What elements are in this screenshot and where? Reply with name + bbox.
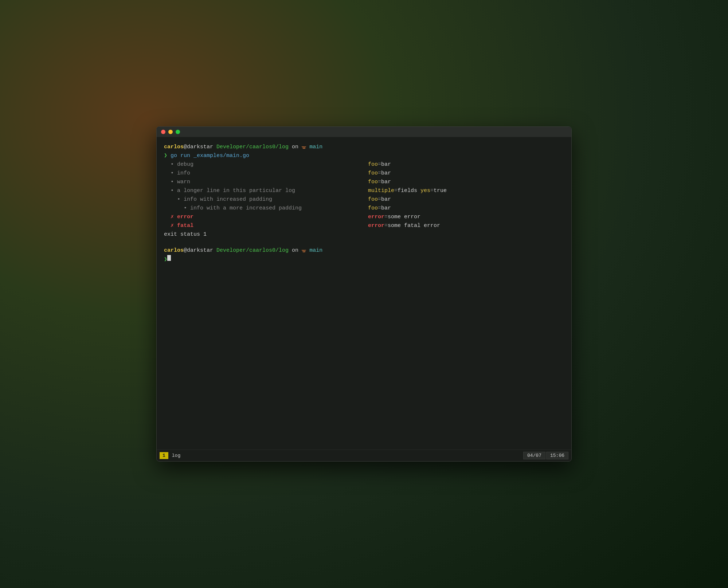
section-divider xyxy=(164,239,564,246)
empty-prompt-line[interactable]: ❯ xyxy=(164,255,564,264)
prompt-line-1: carlos@darkstar Developer/caarlos0/log o… xyxy=(164,143,564,152)
on-2: on xyxy=(289,246,302,255)
branch-icon-2: ᚗ xyxy=(302,246,306,255)
log-left-info-padding: • info with increased padding xyxy=(164,195,368,204)
terminal-body[interactable]: carlos@darkstar Developer/caarlos0/log o… xyxy=(157,137,571,450)
exit-status-text: exit status 1 xyxy=(164,230,207,239)
space-2 xyxy=(213,246,216,255)
prompt-arrow-2: ❯ xyxy=(164,255,167,264)
tab-number: 1 xyxy=(160,452,168,459)
log-line-error: ✗ error error=some error xyxy=(164,213,564,222)
branch-name-1: main xyxy=(306,143,322,152)
log-line-info: • info foo=bar xyxy=(164,169,564,178)
status-time: 15:06 xyxy=(546,452,568,459)
space-1 xyxy=(213,143,216,152)
log-left-longer: • a longer line in this particular log xyxy=(164,187,368,195)
status-date: 04/07 xyxy=(523,452,545,459)
log-right-debug: foo=bar xyxy=(368,160,391,169)
desktop: carlos@darkstar Developer/caarlos0/log o… xyxy=(0,0,728,588)
log-line-info-padding: • info with increased padding foo=bar xyxy=(164,195,564,204)
hostname-2: darkstar xyxy=(187,246,213,255)
log-line-warn: • warn foo=bar xyxy=(164,178,564,187)
tab-name: log xyxy=(168,452,184,459)
log-line-longer: • a longer line in this particular log m… xyxy=(164,187,564,195)
command-text: go run _examples/main.go xyxy=(167,152,249,160)
username-1: carlos xyxy=(164,143,184,152)
path-1: Developer/caarlos0/log xyxy=(216,143,289,152)
log-line-fatal: ✗ fatal error=some fatal error xyxy=(164,222,564,230)
username-2: carlos xyxy=(164,246,184,255)
branch-icon-1: ᚗ xyxy=(302,143,306,152)
log-right-info-padding: foo=bar xyxy=(368,195,391,204)
titlebar xyxy=(157,127,571,137)
log-right-error: error=some error xyxy=(368,213,420,222)
statusbar: 1 log 04/07 15:06 xyxy=(157,450,571,461)
maximize-button[interactable] xyxy=(176,130,180,134)
status-right: 04/07 15:06 xyxy=(523,452,568,459)
status-left: 1 log xyxy=(160,452,184,459)
log-right-fatal: error=some fatal error xyxy=(368,222,440,230)
at-symbol-1: @ xyxy=(184,143,187,152)
prompt-arrow: ❯ xyxy=(164,152,167,160)
hostname-1: darkstar xyxy=(187,143,213,152)
prompt-line-2: carlos@darkstar Developer/caarlos0/log o… xyxy=(164,246,564,255)
on-1: on xyxy=(289,143,302,152)
branch-name-2: main xyxy=(306,246,322,255)
log-left-warn: • warn xyxy=(164,178,368,187)
log-right-info: foo=bar xyxy=(368,169,391,178)
log-right-longer: multiple=fields yes=true xyxy=(368,187,447,195)
log-right-warn: foo=bar xyxy=(368,178,391,187)
exit-status-line: exit status 1 xyxy=(164,230,564,239)
command-line: ❯ go run _examples/main.go xyxy=(164,152,564,160)
terminal-window: carlos@darkstar Developer/caarlos0/log o… xyxy=(156,126,572,462)
log-line-debug: • debug foo=bar xyxy=(164,160,564,169)
terminal-cursor xyxy=(167,255,171,261)
at-symbol-2: @ xyxy=(184,246,187,255)
log-right-info-more-padding: foo=bar xyxy=(368,204,391,213)
log-left-info-more-padding: • info with a more increased padding xyxy=(164,204,368,213)
minimize-button[interactable] xyxy=(168,130,173,134)
log-left-info: • info xyxy=(164,169,368,178)
close-button[interactable] xyxy=(161,130,165,134)
log-left-error: ✗ error xyxy=(164,213,368,222)
log-left-fatal: ✗ fatal xyxy=(164,222,368,230)
log-line-info-more-padding: • info with a more increased padding foo… xyxy=(164,204,564,213)
path-2: Developer/caarlos0/log xyxy=(216,246,289,255)
log-left-debug: • debug xyxy=(164,160,368,169)
